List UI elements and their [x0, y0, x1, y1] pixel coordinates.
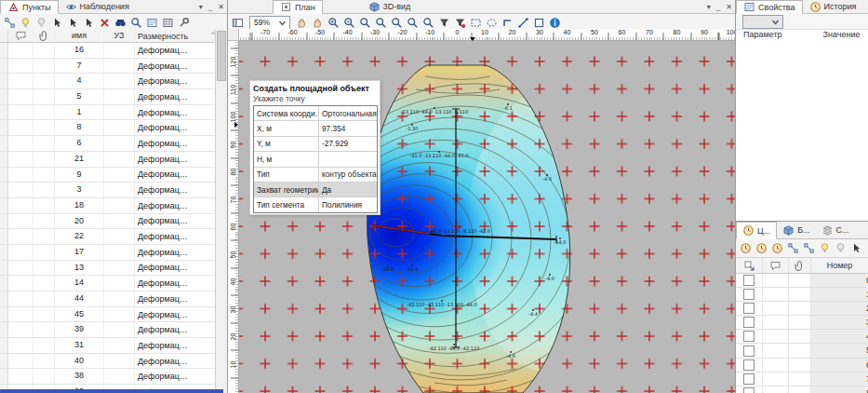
row-selector[interactable] [0, 168, 8, 183]
cycle-row[interactable]: 7 [736, 373, 868, 386]
table-row[interactable]: 18Деформац… [0, 198, 227, 214]
row-selector[interactable] [0, 229, 8, 244]
table-row[interactable]: 38Деформац… [0, 369, 227, 385]
dialog-field-row[interactable]: X, м97.354 [254, 121, 377, 136]
hand-drag-icon[interactable] [311, 16, 325, 30]
tab-history[interactable]: История [803, 0, 863, 13]
tab-3d-view[interactable]: 3D-вид [362, 0, 418, 13]
object-selector[interactable] [742, 15, 783, 29]
table-row[interactable]: 1Деформац… [0, 105, 227, 121]
row-selector[interactable] [0, 74, 8, 88]
info-icon[interactable] [548, 16, 562, 30]
cycle-row[interactable]: 5 [736, 344, 868, 358]
tab-plan[interactable]: План [273, 0, 323, 14]
zoom-level-select[interactable]: 59% [249, 16, 290, 30]
zoom-selected-icon[interactable] [390, 16, 404, 30]
row-selector[interactable] [0, 261, 8, 276]
node-raise-icon[interactable] [786, 241, 800, 255]
minimize-button[interactable]: _ [208, 3, 212, 11]
close-button[interactable]: ✕ [726, 3, 732, 11]
cycle-row[interactable]: 3 [736, 316, 868, 330]
field-value[interactable]: 97.354 [319, 124, 377, 133]
tab-layers[interactable]: С... [816, 222, 855, 238]
select-all-icon[interactable] [743, 260, 755, 272]
table-row[interactable]: 45Деформац… [0, 307, 227, 323]
table-row[interactable]: 7Деформац… [0, 59, 227, 75]
dialog-field-row[interactable]: Тип сегментаПолилиния [254, 197, 377, 211]
bulb-on-icon[interactable] [19, 16, 33, 30]
row-selector[interactable] [0, 89, 8, 104]
select-lasso-icon[interactable] [485, 16, 499, 30]
row-selector[interactable] [0, 245, 8, 260]
form-view-icon[interactable] [145, 16, 159, 30]
panel-menu-button[interactable]: ▾ [199, 3, 203, 11]
table-row[interactable]: 39Деформац… [0, 322, 227, 338]
row-selector[interactable] [0, 105, 8, 120]
table-row[interactable]: 22Деформац… [0, 229, 227, 245]
zoom-point-icon[interactable] [421, 16, 435, 30]
map-canvas[interactable]: -13.110 -44.0 -13.110 -8.110-6.1-1.30-41… [239, 41, 735, 393]
table-row[interactable]: 5Деформац… [0, 89, 227, 105]
minimize-button[interactable]: _ [716, 3, 720, 11]
scrollbar[interactable] [215, 30, 227, 393]
table-row[interactable]: 31Деформац… [0, 338, 227, 354]
tab-points[interactable]: Пункты [0, 0, 59, 14]
table-row[interactable]: 44Деформац… [0, 291, 227, 307]
tools-icon[interactable] [177, 16, 191, 30]
row-selector[interactable] [0, 120, 8, 135]
cycle-checkbox[interactable] [743, 331, 754, 342]
measure-icon[interactable] [516, 16, 530, 30]
cycle-row[interactable]: 2 [736, 302, 868, 316]
zoom-all-icon[interactable] [406, 16, 420, 30]
dialog-field-row[interactable]: Н, м [254, 152, 377, 167]
select-point-icon[interactable] [50, 16, 64, 30]
table-row[interactable]: 4Деформац… [0, 74, 227, 89]
table-row[interactable]: 20Деформац… [0, 214, 227, 230]
hand-pan-icon[interactable] [295, 16, 309, 30]
row-selector[interactable] [0, 276, 8, 291]
scrollbar-thumb[interactable] [217, 31, 226, 81]
zoom-out-icon[interactable] [342, 16, 356, 30]
tab-cycles[interactable]: Ц... [736, 222, 777, 239]
cycle-row[interactable]: 1 [736, 288, 868, 302]
row-selector[interactable] [0, 214, 8, 229]
column-header-uz[interactable]: УЗ [104, 30, 135, 42]
cycle-checkbox[interactable] [743, 303, 754, 314]
bulb-off-icon[interactable] [834, 241, 848, 255]
select-area-icon[interactable] [82, 16, 96, 30]
tab-blocks[interactable]: Б... [777, 222, 815, 238]
close-button[interactable]: ✕ [218, 3, 224, 11]
cycle-row[interactable]: 4 [736, 330, 868, 344]
cycle-checkbox[interactable] [743, 275, 754, 286]
dialog-field-row[interactable]: Система коорди…Ортогональная [254, 106, 377, 121]
zoom-dynamic-icon[interactable] [374, 16, 388, 30]
table-row[interactable]: 21Деформац… [0, 152, 227, 168]
cycle-checkbox[interactable] [743, 346, 754, 357]
select-point-icon[interactable] [849, 241, 863, 255]
bulb-on-icon[interactable] [818, 241, 832, 255]
row-selector[interactable] [0, 369, 8, 384]
select-rect-icon[interactable] [469, 16, 483, 30]
table-row[interactable]: 14Деформац… [0, 276, 227, 291]
filter-icon[interactable] [437, 16, 451, 30]
field-value[interactable]: Да [319, 185, 377, 195]
dialog-field-row[interactable]: Y, м-27.929 [254, 137, 377, 152]
row-selector[interactable] [0, 183, 8, 197]
table-row[interactable]: 13Деформац… [0, 261, 227, 277]
row-selector[interactable] [0, 354, 8, 369]
column-header-name[interactable]: имя [55, 30, 104, 42]
frame-icon[interactable] [532, 16, 546, 30]
cycle-checkbox[interactable] [743, 387, 754, 393]
cycle-row[interactable]: 8 [736, 386, 868, 393]
cycle-row[interactable]: 6 [736, 359, 868, 373]
cycle-checkbox[interactable] [743, 289, 754, 300]
table-row[interactable]: 40Деформац… [0, 354, 227, 370]
row-selector[interactable] [0, 322, 8, 337]
clock-prev-icon[interactable] [754, 241, 768, 255]
select-line-icon[interactable] [66, 16, 80, 30]
row-selector[interactable] [0, 136, 8, 151]
panel-toggle-icon[interactable] [231, 16, 245, 30]
table-row[interactable]: 17Деформац… [0, 245, 227, 261]
tab-properties[interactable]: Свойства [736, 0, 803, 14]
cycle-checkbox[interactable] [743, 317, 754, 328]
